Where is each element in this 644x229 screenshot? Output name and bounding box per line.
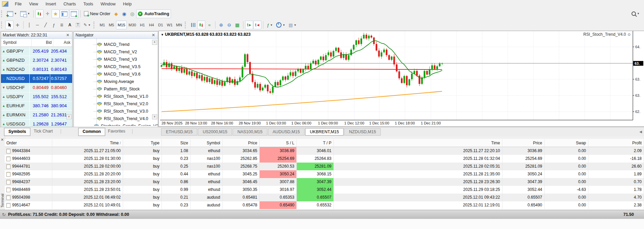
line-chart-button[interactable]: ≈ bbox=[205, 21, 213, 29]
periods-button[interactable]: ▼ bbox=[274, 21, 287, 29]
tab-tick-chart[interactable]: Tick Chart bbox=[30, 128, 57, 135]
terminal-close-icon[interactable]: ✕ bbox=[1, 138, 4, 142]
terminal-toggle[interactable] bbox=[60, 9, 69, 18]
scroll-down-button[interactable]: ∨ bbox=[152, 114, 157, 119]
tabs-scroll-left-icon[interactable]: ◀ bbox=[639, 130, 642, 134]
toolbar-grip[interactable] bbox=[93, 22, 96, 28]
vertical-line-button[interactable]: │ bbox=[25, 21, 33, 29]
order-row[interactable]: 995043982025.12.01 06:49:02buy0.21audusd… bbox=[5, 194, 644, 201]
fibonacci-button[interactable]: ƒ bbox=[50, 21, 58, 29]
column-tp[interactable]: T / P bbox=[297, 139, 334, 147]
close-icon[interactable]: ✕ bbox=[151, 33, 156, 37]
profiles-button[interactable]: ▼ bbox=[19, 9, 32, 18]
timeframe-m15[interactable]: M15 bbox=[116, 21, 127, 29]
column-bid[interactable]: Bid bbox=[32, 39, 54, 47]
navigator-item[interactable]: RSI_Stoch_Trend_V4.0 bbox=[74, 115, 158, 122]
navigator-item[interactable]: Stochastic_Candle_Fusion_V3 bbox=[74, 122, 158, 126]
text-label-button[interactable]: T bbox=[74, 21, 82, 29]
horizontal-line-button[interactable]: ─ bbox=[33, 21, 41, 29]
trendline-button[interactable]: ╱ bbox=[41, 21, 50, 29]
market-watch-row[interactable]: ▲GBPJPY205.419205.434 bbox=[1, 47, 72, 56]
navigator-item[interactable]: RSI_Stoch_Trend_V2.0 bbox=[74, 100, 158, 108]
chart-panel[interactable]: ▼UKBRENT,M15 63.828 63.833 63.823 63.823… bbox=[158, 31, 644, 127]
column-symbol[interactable]: Symbol bbox=[191, 139, 223, 147]
autotrading-button[interactable]: AutoTrading bbox=[136, 9, 171, 18]
chart-canvas[interactable]: 64.63.63.62.63.28 Nov 202528 Nov 13:0028… bbox=[159, 31, 643, 126]
data-window-toggle[interactable]: ✛ bbox=[43, 9, 52, 18]
navigator-item[interactable]: Pattern_RSI_Stock bbox=[74, 85, 158, 93]
cursor-button[interactable] bbox=[5, 21, 13, 29]
toolbar-grip[interactable] bbox=[1, 22, 4, 28]
column-order[interactable]: Order bbox=[5, 139, 52, 147]
column-time[interactable]: Time/ bbox=[52, 139, 123, 147]
zoom-in-button[interactable]: ⊕ bbox=[217, 21, 225, 29]
market-watch-toggle[interactable] bbox=[35, 9, 43, 18]
market-watch-row[interactable]: ▲EURMXN21.258021.2631 bbox=[1, 111, 72, 120]
metaeditor-button[interactable]: ◆ bbox=[112, 9, 120, 18]
market-watch-row[interactable]: ▲USDJPY155.502155.512 bbox=[1, 92, 72, 102]
chart-tab-audusd[interactable]: AUDUSD,M15 bbox=[268, 128, 305, 136]
timeframe-m30[interactable]: M30 bbox=[127, 21, 138, 29]
timeframe-d1[interactable]: D1 bbox=[156, 21, 165, 29]
market-watch-row[interactable]: ▲EURHUF380.746380.904 bbox=[1, 102, 72, 111]
timeframe-m1[interactable]: M1 bbox=[98, 21, 107, 29]
chart-tab-us2000[interactable]: US2000,M15 bbox=[198, 128, 232, 136]
market-watch-row[interactable]: ▲GBPNZD2.307242.30741 bbox=[1, 56, 72, 65]
column-price[interactable]: Price bbox=[502, 139, 545, 147]
toolbar-grip[interactable] bbox=[1, 10, 4, 17]
indicators-button[interactable]: ƒ▼ bbox=[265, 21, 274, 29]
community-button[interactable]: ◉ bbox=[120, 9, 128, 18]
market-watch-row[interactable]: ▼USDCHF0.804490.80460 bbox=[1, 83, 72, 92]
text-button[interactable]: A bbox=[66, 21, 74, 29]
chart-shift-button[interactable]: t◀ bbox=[253, 21, 261, 29]
tile-windows-button[interactable]: ▦ bbox=[233, 21, 241, 29]
timeframe-h1[interactable]: H1 bbox=[138, 21, 147, 29]
order-row[interactable]: 994446032025.11.28 01:30:00buy0.23nas100… bbox=[5, 155, 644, 163]
templates-button[interactable]: ▤▼ bbox=[287, 21, 298, 29]
menu-insert[interactable]: Insert bbox=[42, 0, 60, 8]
toolbar-grip[interactable] bbox=[185, 22, 187, 28]
column-type[interactable]: Type bbox=[123, 139, 162, 147]
timeframe-mn[interactable]: MN bbox=[174, 21, 184, 29]
search-button[interactable]: ▼ bbox=[630, 9, 641, 18]
scroll-up-button[interactable]: ∧ bbox=[152, 40, 157, 45]
menu-tools[interactable]: Tools bbox=[80, 0, 97, 8]
auto-scroll-button[interactable]: t▶ bbox=[245, 21, 253, 29]
terminal-vertical-label[interactable]: Terminal bbox=[0, 194, 4, 208]
navigator-item[interactable]: MACD_Trend_V3 bbox=[74, 56, 158, 63]
tab-symbols[interactable]: Symbols bbox=[4, 128, 30, 136]
menu-file[interactable]: File bbox=[11, 0, 25, 8]
chart-tab-ethusd[interactable]: ETHUSD,M15 bbox=[161, 128, 197, 136]
timeframe-m5[interactable]: M5 bbox=[107, 21, 116, 29]
order-row[interactable]: 994844692025.11.28 23:50:01buy0.99ethusd… bbox=[5, 186, 644, 194]
navigator-toggle[interactable]: ★ bbox=[52, 9, 60, 18]
market-watch-row[interactable]: ▲NZDCAD0.801310.80143 bbox=[1, 65, 72, 74]
navigator-item[interactable]: RSI_Stoch_Trend_V3.0 bbox=[74, 108, 158, 115]
column-price[interactable]: Price bbox=[223, 139, 260, 147]
candlestick-button[interactable] bbox=[197, 21, 205, 29]
menu-view[interactable]: View bbox=[25, 0, 42, 8]
order-row[interactable]: 995146472025.12.01 10:49:01buy0.23audusd… bbox=[5, 201, 644, 209]
timeframe-w1[interactable]: W1 bbox=[165, 21, 174, 29]
new-chart-button[interactable]: ▼ bbox=[5, 9, 19, 18]
scroll-down-button[interactable]: ∨ bbox=[66, 114, 71, 119]
menu-window[interactable]: Window bbox=[97, 0, 119, 8]
navigator-item[interactable]: MACD_Trend_V3.5 bbox=[74, 63, 158, 70]
menu-help[interactable]: Help bbox=[119, 0, 136, 8]
chart-tab-nzdusd[interactable]: NZDUSD,M15 bbox=[344, 128, 381, 136]
order-row[interactable]: 994433842025.11.27 21:05:00buy1.08ethusd… bbox=[5, 147, 644, 155]
navigator-item[interactable]: RSI_Stoch_Trend_V1.0 bbox=[74, 93, 158, 100]
navigator-item[interactable]: MACD_Trend_V2 bbox=[74, 48, 158, 56]
column-swap[interactable]: Swap bbox=[545, 139, 588, 147]
order-row[interactable]: 994447812025.11.28 02:00:00buy0.25nas100… bbox=[5, 163, 644, 170]
new-order-button[interactable]: New Order bbox=[82, 9, 112, 18]
order-row[interactable]: 994842372025.11.28 23:20:00buy0.86ethusd… bbox=[5, 178, 644, 186]
chart-tab-nas100[interactable]: NAS100,M15 bbox=[233, 128, 267, 136]
navigator-item[interactable]: MACD_Trend_V3.6 bbox=[74, 70, 158, 78]
chart-tab-ukbrent[interactable]: UKBRENT,M15 bbox=[305, 128, 344, 136]
timeframe-h4[interactable]: H4 bbox=[147, 21, 156, 29]
bar-chart-button[interactable] bbox=[189, 21, 197, 29]
order-row[interactable]: 994825952025.11.28 20:20:00buy0.44ethusd… bbox=[5, 170, 644, 178]
tab-favorites[interactable]: Favorites bbox=[104, 128, 129, 135]
zoom-out-button[interactable]: ⊖ bbox=[225, 21, 233, 29]
